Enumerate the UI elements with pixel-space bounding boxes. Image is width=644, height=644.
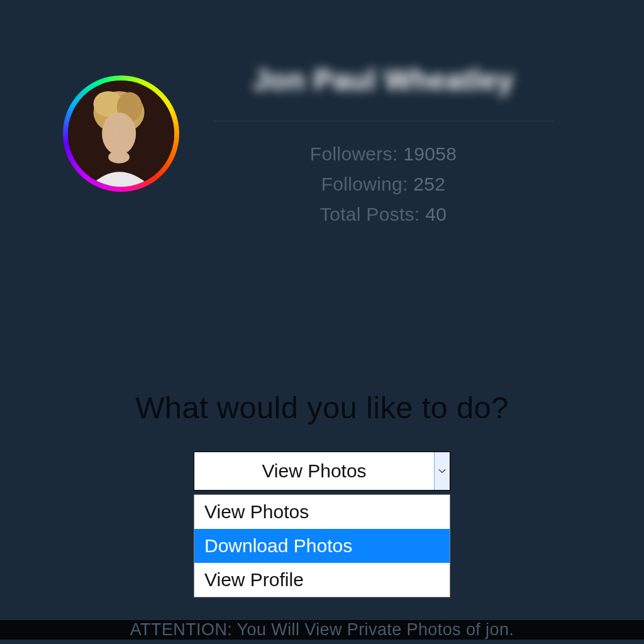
chevron-down-icon [434,452,450,490]
following-stat: Following: 252 [321,174,446,195]
profile-name: Jon Paul Wheatley [253,63,514,97]
avatar-ring [63,75,179,192]
svg-rect-5 [113,127,128,142]
svg-point-6 [108,151,130,164]
select-options-list: View Photos Download Photos View Profile [194,494,450,597]
option-download-photos[interactable]: Download Photos [194,529,450,563]
select-current-value: View Photos [194,460,434,482]
action-select[interactable]: View Photos [194,452,450,491]
posts-stat: Total Posts: 40 [320,204,447,225]
posts-label: Total Posts: [320,204,420,225]
followers-stat: Followers: 19058 [310,143,457,165]
followers-value: 19058 [403,143,457,164]
option-view-photos[interactable]: View Photos [194,495,450,529]
following-label: Following: [321,174,408,194]
following-value: 252 [413,174,445,194]
posts-value: 40 [425,204,447,225]
attention-notice: ATTENTION: You Will View Private Photos … [0,620,644,640]
prompt-question: What would you like to do? [0,390,644,425]
option-view-profile[interactable]: View Profile [194,563,450,597]
divider [214,121,553,121]
followers-label: Followers: [310,143,398,164]
avatar [68,80,174,187]
